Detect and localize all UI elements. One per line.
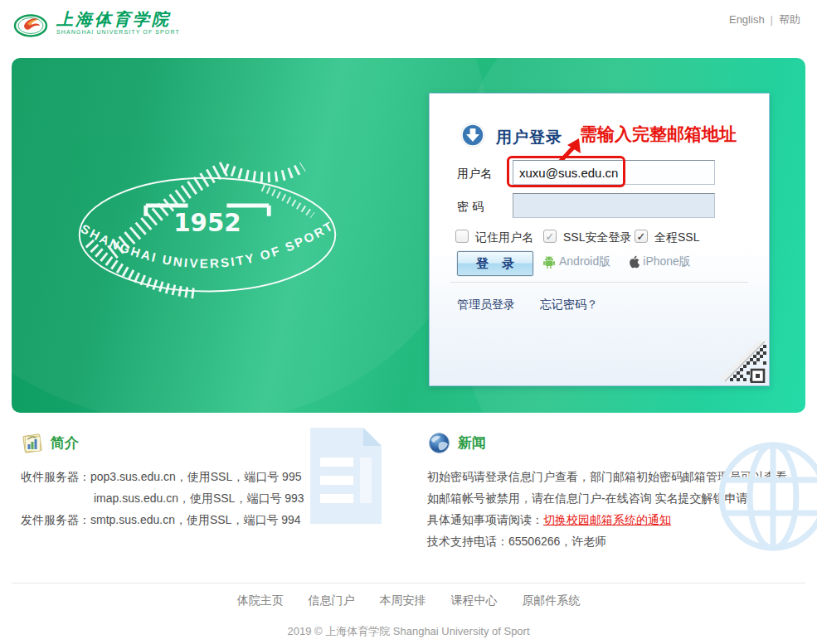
news-title: 新闻 bbox=[458, 433, 486, 453]
intro-line: 发件服务器：smtp.sus.edu.cn，使用SSL，端口号 994 bbox=[21, 509, 304, 530]
password-input[interactable] bbox=[513, 193, 715, 218]
admin-links: 管理员登录忘记密码？ bbox=[457, 298, 598, 312]
logo-title-zh: 上海体育学院 bbox=[56, 10, 180, 28]
news-line-prefix: 具体通知事项请阅读： bbox=[427, 513, 543, 526]
info-section: 简介 收件服务器：pop3.sus.edu.cn，使用SSL，端口号 995 i… bbox=[0, 413, 817, 583]
username-input[interactable] bbox=[513, 160, 715, 185]
panel-divider bbox=[450, 282, 748, 283]
checkbox-row: 记住用户名 SSL安全登录 全程SSL bbox=[430, 229, 769, 245]
remember-username-label: 记住用户名 bbox=[475, 230, 533, 245]
intro-header: 简介 bbox=[21, 432, 79, 454]
intro-lines: 收件服务器：pop3.sus.edu.cn，使用SSL，端口号 995 imap… bbox=[21, 466, 304, 530]
english-link[interactable]: English bbox=[729, 13, 765, 26]
footer-link-old-mail[interactable]: 原邮件系统 bbox=[522, 593, 580, 607]
intro-line: 收件服务器：pop3.sus.edu.cn，使用SSL，端口号 995 bbox=[21, 466, 304, 487]
intro-line: imap.sus.edu.cn，使用SSL，端口号 993 bbox=[21, 487, 304, 509]
header: 上海体育学院 SHANGHAI UNIVERSITY OF SPORT Engl… bbox=[0, 0, 817, 58]
down-arrow-circle-icon bbox=[460, 122, 486, 148]
qr-code-corner-icon[interactable] bbox=[717, 341, 766, 383]
iphone-version-link[interactable]: iPhone版 bbox=[643, 254, 691, 269]
username-label: 用户名 bbox=[457, 167, 492, 182]
logo-title-en: SHANGHAI UNIVERSITY OF SPORT bbox=[56, 29, 180, 35]
help-link[interactable]: 帮助 bbox=[779, 13, 800, 26]
intro-title: 简介 bbox=[51, 433, 79, 453]
page: 上海体育学院 SHANGHAI UNIVERSITY OF SPORT Engl… bbox=[0, 0, 817, 644]
footer-link-portal[interactable]: 信息门户 bbox=[309, 593, 355, 607]
annotation-text: 需输入完整邮箱地址 bbox=[580, 123, 737, 146]
admin-login-link[interactable]: 管理员登录 bbox=[457, 298, 515, 311]
nav-separator: | bbox=[771, 13, 773, 26]
watermark-seal-icon: 1952 SHANGHAI UNIVERSITY OF SPORT bbox=[70, 131, 345, 313]
forgot-password-link[interactable]: 忘记密码？ bbox=[540, 298, 598, 311]
ssl-login-checkbox[interactable] bbox=[543, 230, 557, 243]
android-version-link[interactable]: Android版 bbox=[559, 254, 610, 269]
globe-watermark-icon bbox=[707, 434, 817, 559]
seal-year: 1952 bbox=[173, 209, 241, 237]
android-icon bbox=[542, 255, 556, 269]
login-panel: 用户登录 需输入完整邮箱地址 用户名 密 码 记住用户名 SSL安全登录 全程S… bbox=[429, 93, 770, 386]
footer-divider bbox=[12, 583, 805, 583]
copyright: 2019 © 上海体育学院 Shanghai University of Spo… bbox=[0, 624, 817, 639]
login-button[interactable]: 登 录 bbox=[457, 251, 533, 276]
university-logo: 上海体育学院 SHANGHAI UNIVERSITY OF SPORT bbox=[13, 10, 180, 37]
apple-icon bbox=[629, 255, 639, 269]
university-emblem-icon bbox=[13, 12, 48, 37]
notice-link[interactable]: 切换校园邮箱系统的通知 bbox=[543, 513, 671, 526]
intro-note-icon bbox=[21, 432, 43, 454]
remember-username-checkbox[interactable] bbox=[455, 230, 469, 243]
top-nav: English|帮助 bbox=[729, 12, 800, 27]
footer-link-home[interactable]: 体院主页 bbox=[237, 593, 284, 607]
app-links: Android版 iPhone版 bbox=[542, 254, 691, 269]
footer-link-courses[interactable]: 课程中心 bbox=[450, 593, 497, 607]
password-label: 密 码 bbox=[457, 200, 484, 215]
full-ssl-checkbox[interactable] bbox=[635, 230, 648, 243]
footer-links: 体院主页 信息门户 本周安排 课程中心 原邮件系统 bbox=[0, 593, 817, 608]
footer-link-schedule[interactable]: 本周安排 bbox=[380, 593, 426, 607]
full-ssl-label: 全程SSL bbox=[654, 230, 699, 245]
news-header: 新闻 bbox=[428, 432, 486, 454]
document-watermark-icon bbox=[305, 426, 385, 525]
news-globe-icon bbox=[428, 432, 450, 454]
ssl-login-label: SSL安全登录 bbox=[563, 230, 631, 245]
